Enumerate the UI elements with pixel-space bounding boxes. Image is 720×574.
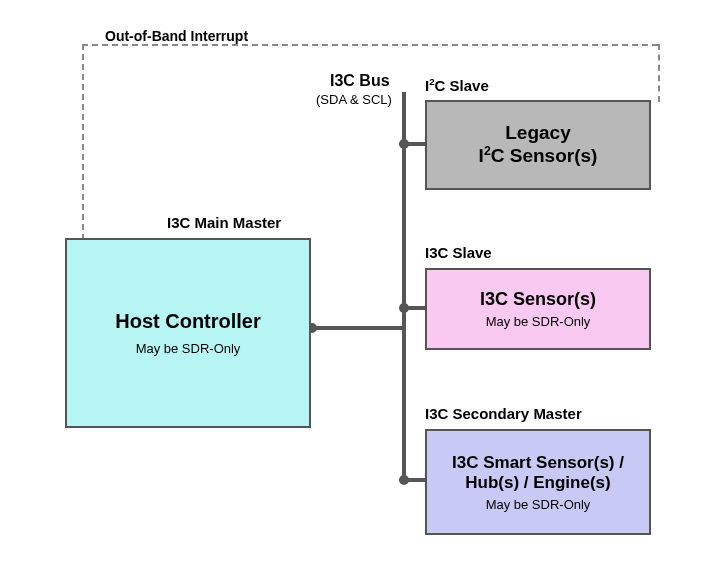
bus-line xyxy=(310,326,406,330)
diagram-canvas: Out-of-Band Interrupt I3C Bus (SDA & SCL… xyxy=(0,0,720,574)
smart-title-1: I3C Smart Sensor(s) / xyxy=(435,453,641,473)
bus-subtitle: (SDA & SCL) xyxy=(316,92,392,107)
oob-interrupt-line xyxy=(82,44,84,240)
oob-interrupt-line xyxy=(82,44,658,46)
i3c-sensor-title: I3C Sensor(s) xyxy=(435,289,641,310)
smart-title-2: Hub(s) / Engine(s) xyxy=(435,473,641,493)
i3c-smart-sensor-box: I3C Smart Sensor(s) / Hub(s) / Engine(s)… xyxy=(425,429,651,535)
i2c-slave-label: I2C Slave xyxy=(425,76,489,94)
host-title: Host Controller xyxy=(75,310,301,333)
legacy-i2c-sensor-box: Legacy I2C Sensor(s) xyxy=(425,100,651,190)
i3c-slave-label: I3C Slave xyxy=(425,244,492,261)
oob-interrupt-line xyxy=(658,44,660,102)
legacy-title-2: I2C Sensor(s) xyxy=(435,144,641,167)
bus-node-dot xyxy=(399,303,409,313)
bus-node-dot xyxy=(399,475,409,485)
host-sub: May be SDR-Only xyxy=(75,341,301,356)
secondary-master-label: I3C Secondary Master xyxy=(425,405,582,422)
i3c-sensor-box: I3C Sensor(s) May be SDR-Only xyxy=(425,268,651,350)
oob-label: Out-of-Band Interrupt xyxy=(105,28,248,44)
bus-title: I3C Bus xyxy=(330,72,390,90)
main-master-label: I3C Main Master xyxy=(167,214,281,231)
bus-node-dot xyxy=(399,139,409,149)
legacy-title-1: Legacy xyxy=(435,122,641,144)
smart-sub: May be SDR-Only xyxy=(435,497,641,512)
host-controller-box: Host Controller May be SDR-Only xyxy=(65,238,311,428)
bus-line xyxy=(402,92,406,482)
i3c-sensor-sub: May be SDR-Only xyxy=(435,314,641,329)
